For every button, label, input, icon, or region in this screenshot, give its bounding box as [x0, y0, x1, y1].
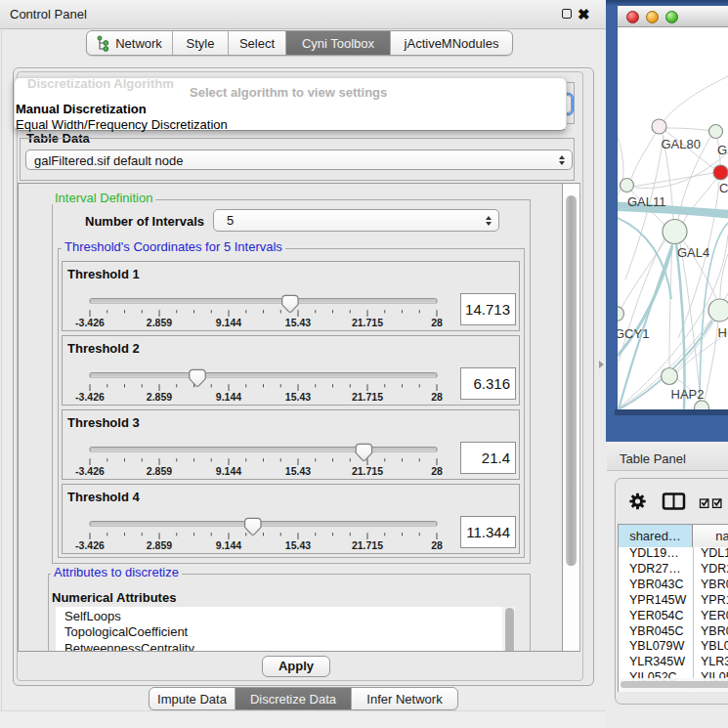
svg-text:HAP2: HAP2 — [671, 387, 705, 402]
svg-text:GCY1: GCY1 — [618, 326, 649, 341]
svg-text:21.715: 21.715 — [352, 391, 383, 403]
svg-text:28: 28 — [431, 465, 443, 477]
svg-text:G: G — [717, 143, 727, 157]
svg-text:H: H — [718, 325, 727, 340]
svg-text:-3.426: -3.426 — [75, 317, 105, 328]
svg-text:28: 28 — [431, 317, 443, 328]
svg-text:15.43: 15.43 — [285, 539, 311, 551]
svg-text:GAL80: GAL80 — [662, 137, 701, 151]
svg-text:2.859: 2.859 — [147, 317, 172, 328]
svg-text:9.144: 9.144 — [216, 391, 241, 403]
svg-text:21.715: 21.715 — [352, 465, 383, 477]
svg-text:-3.426: -3.426 — [75, 539, 105, 551]
svg-text:2.859: 2.859 — [147, 465, 172, 477]
svg-text:28: 28 — [431, 391, 443, 403]
svg-text:2.859: 2.859 — [147, 391, 172, 403]
svg-text:9.144: 9.144 — [216, 465, 241, 477]
svg-text:21.715: 21.715 — [352, 317, 383, 328]
svg-text:2.859: 2.859 — [147, 539, 172, 551]
svg-text:GAL11: GAL11 — [627, 194, 666, 209]
svg-text:9.144: 9.144 — [216, 317, 241, 328]
svg-text:-3.426: -3.426 — [75, 391, 105, 403]
svg-text:-3.426: -3.426 — [75, 465, 105, 477]
svg-text:C: C — [719, 181, 728, 195]
svg-text:GAL4: GAL4 — [677, 245, 709, 260]
svg-text:15.43: 15.43 — [285, 317, 311, 328]
svg-text:9.144: 9.144 — [216, 539, 241, 551]
svg-text:15.43: 15.43 — [285, 465, 311, 477]
svg-text:21.715: 21.715 — [352, 539, 383, 551]
svg-text:28: 28 — [431, 539, 443, 551]
svg-text:15.43: 15.43 — [285, 391, 311, 403]
